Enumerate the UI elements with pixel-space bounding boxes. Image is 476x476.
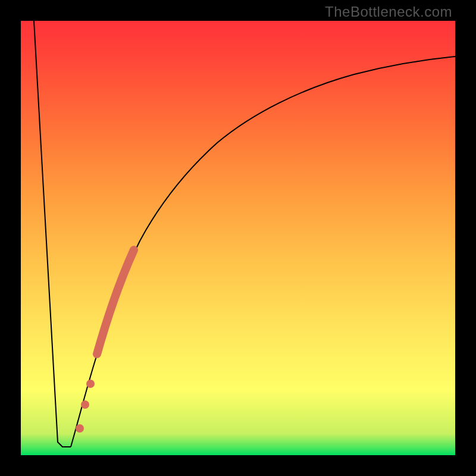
chart-frame: TheBottleneck.com <box>0 0 476 476</box>
left-edge-line <box>34 21 71 447</box>
plot-area <box>21 21 455 455</box>
curve-layer <box>21 21 455 455</box>
main-curve-line <box>71 57 455 447</box>
highlight-segment <box>97 250 134 354</box>
watermark-text: TheBottleneck.com <box>325 4 452 20</box>
highlight-dot <box>81 400 89 409</box>
highlight-dot <box>86 380 95 388</box>
highlight-dot <box>76 424 84 433</box>
